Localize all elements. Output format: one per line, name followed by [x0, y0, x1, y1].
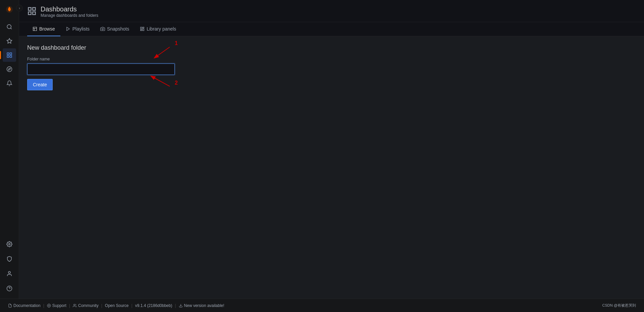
sidebar-item-shield[interactable] [3, 252, 16, 266]
page-header: Dashboards Manage dashboards and folders [19, 0, 644, 22]
sidebar-item-settings[interactable] [3, 237, 16, 251]
tab-browse[interactable]: Browse [27, 22, 60, 36]
svg-rect-4 [7, 53, 9, 54]
svg-rect-17 [33, 12, 35, 14]
svg-rect-23 [141, 30, 142, 31]
svg-marker-9 [8, 68, 10, 70]
gear-icon [6, 241, 12, 247]
tabs-navigation: Browse Playlists Snapshots Library panel… [19, 22, 644, 36]
svg-text:2: 2 [175, 80, 178, 86]
explore-icon [6, 66, 12, 72]
svg-rect-20 [141, 27, 142, 29]
svg-marker-18 [67, 27, 69, 31]
snapshots-icon [100, 27, 105, 31]
doc-icon [8, 304, 12, 308]
svg-rect-14 [29, 8, 31, 10]
page-title: Dashboards [41, 5, 98, 13]
tab-snapshots[interactable]: Snapshots [95, 22, 135, 36]
svg-text:1: 1 [175, 40, 178, 46]
svg-point-30 [47, 304, 51, 307]
sidebar: › [0, 0, 19, 299]
section-title: New dashboard folder [27, 44, 175, 51]
svg-point-1 [8, 8, 10, 10]
annotation-arrows: 1 2 [145, 41, 212, 125]
bell-icon [6, 80, 12, 86]
search-icon [6, 24, 12, 30]
sidebar-item-help[interactable] [3, 282, 16, 295]
footer-links: Documentation | Support | Community | Op… [8, 303, 224, 308]
help-icon [6, 285, 12, 292]
sidebar-item-alerting[interactable] [3, 77, 16, 90]
footer-version: v9.1.4 (2186d0bbeb) [135, 303, 172, 308]
svg-rect-6 [7, 56, 9, 57]
svg-line-29 [151, 76, 170, 86]
folder-name-input[interactable] [27, 63, 175, 75]
svg-rect-16 [29, 12, 31, 14]
main-content: Dashboards Manage dashboards and folders… [19, 0, 644, 299]
community-icon [73, 304, 77, 308]
tab-library-panels[interactable]: Library panels [135, 22, 181, 36]
footer: Documentation | Support | Community | Op… [0, 299, 644, 312]
svg-point-32 [74, 304, 75, 305]
tab-playlists[interactable]: Playlists [60, 22, 95, 36]
sidebar-item-search[interactable] [3, 20, 16, 34]
svg-rect-21 [143, 27, 144, 28]
star-icon [6, 38, 12, 44]
footer-support-link[interactable]: Support [47, 303, 66, 308]
svg-point-11 [8, 271, 10, 273]
create-button[interactable]: Create [27, 79, 53, 90]
svg-point-19 [102, 28, 104, 30]
sidebar-item-dashboards[interactable] [3, 48, 16, 62]
svg-rect-15 [33, 8, 35, 10]
library-panels-icon [140, 27, 145, 31]
sidebar-item-starred[interactable] [3, 34, 16, 48]
footer-new-version-link[interactable]: New version available! [179, 303, 224, 308]
svg-point-31 [48, 305, 50, 306]
svg-marker-3 [7, 39, 12, 43]
svg-rect-5 [10, 53, 12, 54]
dashboards-header-icon [27, 6, 37, 17]
footer-documentation-link[interactable]: Documentation [8, 303, 41, 308]
support-icon [47, 304, 51, 308]
footer-community-link[interactable]: Community [73, 303, 99, 308]
page-title-group: Dashboards Manage dashboards and folders [41, 5, 98, 18]
footer-opensource-link[interactable]: Open Source [105, 303, 129, 308]
svg-rect-7 [10, 56, 12, 57]
sidebar-logo[interactable] [3, 3, 16, 16]
folder-name-label: Folder name [27, 57, 175, 61]
sidebar-toggle-button[interactable]: › [16, 5, 23, 11]
svg-point-10 [9, 243, 10, 245]
svg-point-2 [7, 25, 11, 29]
page-subtitle: Manage dashboards and folders [41, 13, 98, 18]
dashboards-icon [6, 52, 12, 58]
user-icon [6, 271, 12, 277]
folder-name-form-group: Folder name [27, 57, 175, 75]
content-area: New dashboard folder Folder name Create [19, 36, 644, 299]
download-icon [179, 304, 183, 308]
sidebar-item-explore[interactable] [3, 62, 16, 76]
shield-icon [6, 256, 12, 262]
playlists-icon [66, 27, 70, 31]
svg-rect-22 [143, 29, 144, 31]
sidebar-item-user[interactable] [3, 267, 16, 280]
svg-point-8 [7, 67, 12, 72]
browse-icon [33, 27, 37, 31]
footer-right-text: CSDN @有被惹哭到 [602, 303, 636, 308]
